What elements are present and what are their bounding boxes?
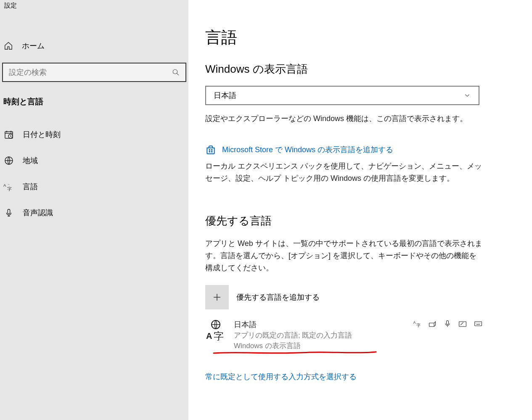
plus-box xyxy=(205,285,229,309)
text-to-speech-icon: A 字 xyxy=(413,320,422,329)
nav-item-list: 日付と時刻 地域 A 字 → 言語 xyxy=(0,122,188,226)
sidebar-item-label: 言語 xyxy=(23,182,38,192)
svg-text:字: 字 xyxy=(214,330,224,341)
home-label: ホーム xyxy=(22,41,45,51)
main-content: 言語 Windows の表示言語 日本語 設定やエクスプローラーなどの Wind… xyxy=(188,0,532,420)
language-sub1: アプリの既定の言語; 既定の入力言語 xyxy=(234,330,352,340)
sidebar: 設定 ホーム 時刻と言語 xyxy=(0,0,188,420)
svg-text:A: A xyxy=(206,331,212,341)
svg-line-8 xyxy=(11,136,11,137)
svg-text:→: → xyxy=(7,183,10,186)
svg-text:A: A xyxy=(3,183,6,188)
annotation-underline xyxy=(213,351,377,356)
chevron-down-icon xyxy=(463,92,471,99)
svg-point-0 xyxy=(173,69,177,74)
search-input[interactable] xyxy=(9,68,146,77)
language-entry-text: 日本語 アプリの既定の言語; 既定の入力言語 Windows の表示言語 xyxy=(234,320,352,351)
store-link[interactable]: Microsoft Store で Windows の表示言語を追加する xyxy=(222,145,393,155)
sidebar-item-language[interactable]: A 字 → 言語 xyxy=(0,174,188,200)
display-lang-section-title: Windows の表示言語 xyxy=(205,62,515,77)
pref-lang-section-title: 優先する言語 xyxy=(205,214,515,228)
store-link-row[interactable]: Microsoft Store で Windows の表示言語を追加する xyxy=(205,144,515,155)
add-language-label: 優先する言語を追加する xyxy=(236,292,320,302)
home-icon xyxy=(3,41,13,51)
language-feature-icons: A 字 xyxy=(413,320,483,329)
sidebar-item-label: 音声認識 xyxy=(23,208,53,218)
language-icon: A 字 → xyxy=(3,181,14,192)
sidebar-item-speech[interactable]: 音声認識 xyxy=(0,200,188,226)
dropdown-selected-value: 日本語 xyxy=(214,90,236,100)
language-a-icon: A 字 xyxy=(205,320,226,341)
language-sub2: Windows の表示言語 xyxy=(234,341,352,351)
input-method-link[interactable]: 常に既定として使用する入力方式を選択する xyxy=(205,372,357,381)
page-title: 言語 xyxy=(205,27,515,48)
svg-text:字: 字 xyxy=(416,322,421,327)
home-nav-item[interactable]: ホーム xyxy=(0,37,188,55)
svg-rect-25 xyxy=(429,323,434,326)
add-language-button[interactable]: 優先する言語を追加する xyxy=(205,285,515,309)
display-lang-description: 設定やエクスプローラーなどの Windows 機能は、この言語で表示されます。 xyxy=(205,113,483,125)
search-icon xyxy=(172,69,180,76)
category-title: 時刻と言語 xyxy=(0,82,188,111)
keyboard-icon xyxy=(474,320,483,329)
search-box[interactable] xyxy=(2,63,186,82)
svg-text:A: A xyxy=(413,320,416,325)
globe-icon xyxy=(3,155,14,166)
voice-icon xyxy=(443,320,453,329)
svg-rect-26 xyxy=(447,320,449,324)
svg-rect-15 xyxy=(211,149,212,151)
svg-rect-16 xyxy=(209,151,210,152)
svg-rect-13 xyxy=(8,209,10,214)
svg-rect-14 xyxy=(209,149,210,151)
calendar-clock-icon xyxy=(3,129,14,140)
microphone-icon xyxy=(3,207,14,218)
sidebar-item-datetime[interactable]: 日付と時刻 xyxy=(0,122,188,148)
svg-rect-28 xyxy=(475,322,482,326)
sidebar-item-region[interactable]: 地域 xyxy=(0,148,188,174)
pref-lang-description: アプリと Web サイトは、一覧の中でサポートされている最初の言語で表示されます… xyxy=(205,238,483,274)
svg-rect-17 xyxy=(211,151,212,152)
svg-text:字: 字 xyxy=(7,186,12,191)
store-link-description: ローカル エクスペリエンス パックを使用して、ナビゲーション、メニュー、メッセー… xyxy=(205,160,483,185)
sidebar-item-label: 地域 xyxy=(23,156,38,166)
language-entry[interactable]: A 字 日本語 アプリの既定の言語; 既定の入力言語 Windows の表示言語… xyxy=(205,320,483,351)
svg-line-1 xyxy=(177,73,179,75)
plus-icon xyxy=(212,292,222,302)
region-icon xyxy=(428,320,437,329)
sidebar-item-label: 日付と時刻 xyxy=(23,129,61,140)
svg-rect-27 xyxy=(459,322,466,327)
language-name: 日本語 xyxy=(234,320,352,330)
display-language-dropdown[interactable]: 日本語 xyxy=(205,86,479,105)
app-title: 設定 xyxy=(0,0,188,11)
store-icon xyxy=(205,144,216,155)
handwriting-icon xyxy=(458,320,468,329)
